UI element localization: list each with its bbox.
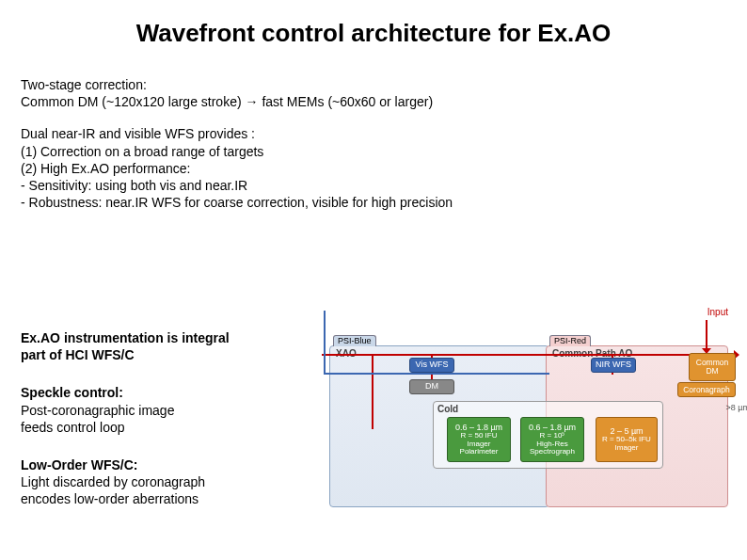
cold-title: Cold: [437, 404, 458, 414]
dm-box: DM: [409, 379, 454, 394]
cb2-l4: Spectrograph: [529, 448, 576, 456]
common-dm-box: Common DM: [689, 353, 736, 381]
cold-panel: Cold 0.6 – 1.8 µm R = 50 IFU Imager Pola…: [433, 401, 663, 469]
two-stage-l2: Common DM (~120x120 large stroke) → fast…: [21, 94, 433, 109]
dual-l2: (1) Correction on a broad range of targe…: [21, 144, 263, 159]
drop-1: [372, 354, 374, 429]
paragraph-dual-wfs: Dual near-IR and visible WFS provides : …: [0, 125, 747, 211]
ifu-imager-box: 2 – 5 µm R = 50–5k IFU Imager: [596, 417, 658, 462]
dual-l5: - Robustness: near.IR WFS for coarse cor…: [21, 195, 453, 210]
dual-l3: (2) High Ex.AO performance:: [21, 161, 191, 176]
speckle-l1: Post-coronagraphic image: [21, 403, 174, 418]
feedback-v: [324, 311, 326, 373]
cb1-l4: Polarimeter: [455, 448, 502, 456]
gt8-label: >8 µm: [723, 403, 747, 412]
left-column: Ex.AO instrumentation is integral part o…: [21, 329, 303, 529]
instr-l1: Ex.AO instrumentation is integral: [21, 330, 230, 345]
input-label: Input: [707, 307, 728, 317]
instr-l2: part of HCI WFS/C: [21, 347, 135, 362]
speckle-l2: feeds control loop: [21, 420, 125, 435]
vis-wfs-box: Vis WFS: [409, 358, 454, 373]
main-bus: [322, 354, 728, 356]
two-stage-l1: Two-stage correction:: [21, 77, 147, 92]
psi-blue-tab: PSI-Blue: [333, 335, 376, 346]
speckle-head: Speckle control:: [21, 385, 123, 400]
para-speckle: Speckle control: Post-coronagraphic imag…: [21, 384, 303, 436]
highres-spectrograph-box: 0.6 – 1.8 µm R = 10⁵ High-Res Spectrogra…: [520, 417, 584, 462]
para-loworder: Low-Order WFS/C: Light discarded by coro…: [21, 456, 303, 508]
dual-l4: - Sensitivity: using both vis and near.I…: [21, 178, 247, 193]
paragraph-two-stage: Two-stage correction: Common DM (~120x12…: [0, 76, 747, 110]
psi-red-tab: PSI-Red: [549, 335, 591, 346]
loworder-l2: encodes low-order aberrations: [21, 491, 199, 506]
page-title: Wavefront control architecture for Ex.AO: [0, 0, 747, 48]
common-dm-l2: DM: [696, 367, 728, 376]
cb3-l3: Imager: [602, 444, 651, 452]
architecture-diagram: Input PSI-Blue PSI-Red XAO Common Path A…: [320, 311, 734, 527]
imager-polarimeter-box: 0.6 – 1.8 µm R = 50 IFU Imager Polarimet…: [447, 417, 511, 462]
coronagraph-box: Coronagraph: [677, 382, 736, 397]
dual-l1: Dual near-IR and visible WFS provides :: [21, 126, 255, 141]
feedback-h: [324, 373, 549, 375]
loworder-head: Low-Order WFS/C:: [21, 457, 137, 472]
nir-wfs-box: NIR WFS: [591, 358, 636, 373]
para-instrumentation: Ex.AO instrumentation is integral part o…: [21, 329, 303, 363]
loworder-l1: Light discarded by coronagraph: [21, 474, 205, 489]
input-arrow: [706, 320, 707, 348]
